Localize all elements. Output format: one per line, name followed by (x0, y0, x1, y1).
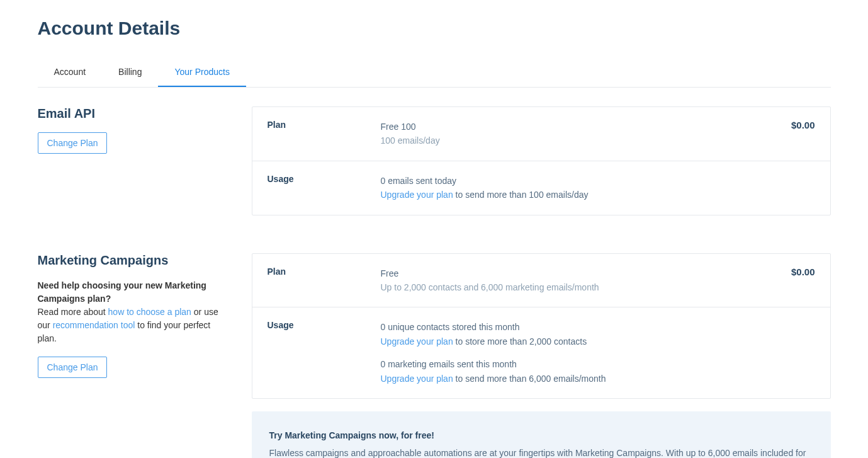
promo-title: Try Marketing Campaigns now, for free! (269, 430, 813, 440)
usage-label: Usage (268, 174, 381, 202)
plan-label: Plan (268, 266, 381, 295)
marketing-upgrade-link-1[interactable]: Upgrade your plan (381, 336, 453, 346)
marketing-change-plan-button[interactable]: Change Plan (38, 357, 108, 378)
tab-your-products[interactable]: Your Products (158, 58, 245, 87)
marketing-usage2-line: 0 marketing emails sent this month (381, 357, 815, 371)
email-api-plan-row: Plan Free 100 100 emails/day $0.00 (252, 107, 830, 161)
email-api-upgrade-link[interactable]: Upgrade your plan (381, 190, 453, 200)
email-api-section: Email API Change Plan Plan Free 100 100 … (38, 106, 831, 215)
email-api-upgrade-rest: to send more than 100 emails/day (453, 190, 589, 200)
marketing-usage1-line: 0 unique contacts stored this month (381, 320, 815, 334)
marketing-plan-row: Plan Free Up to 2,000 contacts and 6,000… (252, 254, 830, 308)
tab-billing[interactable]: Billing (102, 58, 158, 87)
usage-label: Usage (268, 320, 381, 386)
marketing-plan-price: $0.00 (765, 266, 815, 295)
tabs: Account Billing Your Products (38, 58, 831, 88)
email-api-plan-sub: 100 emails/day (381, 134, 765, 147)
marketing-usage-row: Usage 0 unique contacts stored this mont… (252, 307, 830, 398)
marketing-title: Marketing Campaigns (38, 253, 227, 268)
email-api-change-plan-button[interactable]: Change Plan (38, 132, 108, 154)
promo-box: Try Marketing Campaigns now, for free! F… (252, 411, 831, 458)
page-title: Account Details (38, 18, 831, 39)
email-api-usage-line: 0 emails sent today (381, 174, 815, 188)
marketing-usage2-rest: to send more than 6,000 emails/month (453, 374, 606, 384)
recommendation-tool-link[interactable]: recommendation tool (53, 320, 135, 330)
promo-desc: Flawless campaigns and approachable auto… (269, 447, 813, 458)
how-to-choose-plan-link[interactable]: how to choose a plan (108, 307, 191, 317)
tab-account[interactable]: Account (38, 58, 103, 87)
marketing-plan-name: Free (381, 266, 765, 280)
email-api-usage-row: Usage 0 emails sent today Upgrade your p… (252, 161, 830, 215)
marketing-card: Plan Free Up to 2,000 contacts and 6,000… (252, 253, 831, 399)
email-api-card: Plan Free 100 100 emails/day $0.00 Usage… (252, 106, 831, 215)
email-api-plan-name: Free 100 (381, 120, 765, 134)
email-api-plan-price: $0.00 (765, 120, 815, 148)
marketing-plan-sub: Up to 2,000 contacts and 6,000 marketing… (381, 280, 765, 294)
plan-label: Plan (268, 120, 381, 148)
marketing-section: Marketing Campaigns Need help choosing y… (38, 253, 831, 458)
marketing-help-strong: Need help choosing your new Marketing Ca… (38, 280, 206, 304)
marketing-usage1-rest: to store more than 2,000 contacts (453, 336, 587, 346)
marketing-upgrade-link-2[interactable]: Upgrade your plan (381, 374, 453, 384)
marketing-help-text: Need help choosing your new Marketing Ca… (38, 279, 227, 345)
email-api-title: Email API (38, 106, 227, 121)
marketing-help-before-link1: Read more about (38, 307, 108, 317)
